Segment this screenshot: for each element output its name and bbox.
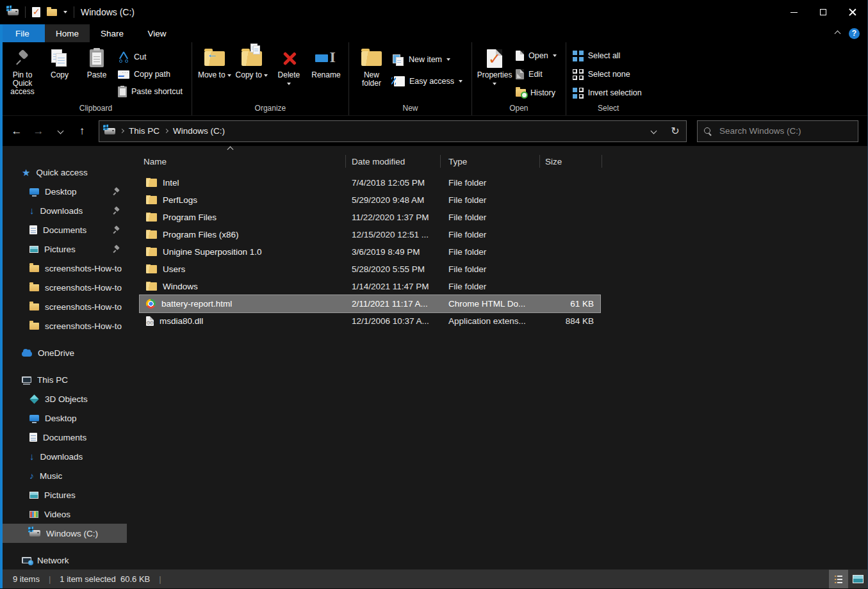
ribbon-tabs: File Home Share View ?	[0, 24, 867, 42]
select-none-button[interactable]: Select none	[570, 66, 647, 83]
qat-properties-icon[interactable]	[32, 7, 40, 17]
edit-button[interactable]: Edit	[513, 66, 562, 83]
column-header-type[interactable]: Type	[441, 155, 540, 168]
column-header-size[interactable]: Size	[540, 155, 602, 168]
sidebar-item-downloads-pc[interactable]: ↓Downloads	[0, 447, 127, 466]
window-title: Windows (C:)	[81, 7, 135, 17]
sidebar-item-screenshots-folder[interactable]: screenshots-How-to	[0, 278, 127, 297]
breadcrumb-this-pc[interactable]: This PC	[129, 126, 160, 136]
properties-button[interactable]: Properties	[476, 45, 513, 89]
sidebar-item-desktop-pc[interactable]: Desktop	[0, 408, 127, 428]
desktop-icon	[29, 415, 39, 421]
table-row[interactable]: Program Files 11/22/2020 1:37 PM File fo…	[140, 209, 600, 226]
table-row-selected[interactable]: battery-report.html 2/11/2021 11:17 A...…	[140, 295, 600, 312]
paste-button[interactable]: Paste	[78, 45, 115, 81]
sidebar-item-screenshots-folder[interactable]: screenshots-How-to	[0, 259, 127, 278]
copy-button[interactable]: Copy	[41, 45, 78, 81]
file-type: Application extens...	[448, 316, 544, 326]
sidebar-item-onedrive[interactable]: OneDrive	[0, 343, 127, 362]
open-button[interactable]: Open	[513, 47, 562, 64]
copy-path-button[interactable]: Copy path	[115, 66, 188, 83]
sidebar-item-screenshots-folder[interactable]: screenshots-How-to	[0, 316, 127, 335]
column-header-date-modified[interactable]: Date modified	[346, 155, 441, 168]
sidebar-item-documents[interactable]: Documents	[0, 220, 127, 239]
file-name: msdia80.dll	[160, 316, 203, 326]
network-icon	[22, 557, 31, 563]
qat-new-folder-icon[interactable]	[47, 9, 57, 16]
tab-view[interactable]: View	[135, 24, 179, 42]
sidebar-item-this-pc[interactable]: This PC	[0, 370, 127, 389]
tab-share[interactable]: Share	[90, 24, 135, 42]
sidebar-item-network[interactable]: Network	[0, 551, 127, 569]
sidebar-item-videos[interactable]: Videos	[0, 504, 127, 524]
qat-customize-caret-icon[interactable]	[63, 11, 67, 13]
up-button[interactable]: ↑	[72, 121, 92, 141]
address-bar[interactable]: This PC Windows (C:) ↻	[99, 120, 687, 142]
recent-locations-button[interactable]	[50, 121, 70, 141]
sidebar-item-pictures-pc[interactable]: Pictures	[0, 485, 127, 504]
videos-icon	[29, 511, 38, 518]
table-row[interactable]: msdia80.dll 12/1/2006 10:37 A... Applica…	[140, 312, 600, 330]
sidebar-item-screenshots-folder[interactable]: screenshots-How-to	[0, 297, 127, 316]
help-icon[interactable]: ?	[849, 28, 860, 39]
sidebar-item-windows-c[interactable]: Windows (C:)	[0, 524, 127, 543]
forward-button[interactable]: →	[28, 121, 49, 141]
delete-button[interactable]: Delete	[270, 45, 307, 89]
items-count: 9 items	[13, 574, 40, 584]
move-to-button[interactable]: ← Move to	[196, 45, 233, 81]
sidebar-item-desktop[interactable]: Desktop	[0, 182, 127, 201]
titlebar[interactable]: Windows (C:)	[0, 0, 867, 24]
collapse-ribbon-icon[interactable]	[835, 30, 841, 36]
tab-file[interactable]: File	[0, 24, 45, 42]
search-box[interactable]	[697, 120, 858, 142]
rename-button[interactable]: I Rename	[307, 45, 345, 81]
details-view-button[interactable]	[829, 570, 848, 589]
invert-selection-icon	[573, 88, 584, 99]
table-row[interactable]: PerfLogs 5/29/2020 9:48 AM File folder	[140, 191, 600, 209]
tab-home[interactable]: Home	[45, 24, 90, 42]
drive-icon	[8, 9, 19, 15]
group-label-new: New	[353, 102, 468, 115]
cut-button[interactable]: Cut	[115, 49, 188, 65]
chevron-down-icon	[57, 128, 63, 134]
table-row[interactable]: Intel 7/4/2018 12:05 PM File folder	[140, 174, 600, 191]
sidebar-item-quick-access[interactable]: ★Quick access	[0, 163, 127, 182]
folder-icon	[29, 284, 39, 291]
sidebar-item-music[interactable]: ♪Music	[0, 466, 127, 485]
minimize-button[interactable]	[779, 0, 808, 24]
folder-icon	[146, 196, 157, 204]
table-row[interactable]: Users 5/28/2020 5:55 PM File folder	[140, 261, 600, 278]
sidebar-item-downloads[interactable]: ↓Downloads	[0, 201, 127, 220]
easy-access-button[interactable]: Easy access	[390, 73, 468, 90]
group-label-organize: Organize	[196, 102, 345, 115]
sidebar-item-documents-pc[interactable]: Documents	[0, 428, 127, 447]
new-folder-button[interactable]: New folder	[353, 45, 390, 89]
file-date: 7/4/2018 12:05 PM	[352, 178, 448, 188]
file-date: 12/15/2020 12:51 ...	[352, 230, 448, 239]
back-button[interactable]: ←	[6, 121, 27, 141]
refresh-button[interactable]: ↻	[664, 121, 686, 141]
copy-to-button[interactable]: Copy to	[233, 45, 270, 81]
new-item-button[interactable]: New item	[390, 51, 468, 68]
sidebar-item-pictures[interactable]: Pictures	[0, 239, 127, 259]
pin-to-quick-access-button[interactable]: Pin to Quick access	[4, 45, 41, 97]
select-all-button[interactable]: Select all	[570, 47, 647, 64]
sidebar-item-3d-objects[interactable]: 3D Objects	[0, 389, 127, 408]
paste-shortcut-button[interactable]: Paste shortcut	[115, 83, 188, 100]
table-row[interactable]: Program Files (x86) 12/15/2020 12:51 ...…	[140, 226, 600, 243]
address-dropdown-button[interactable]	[643, 121, 664, 141]
search-input[interactable]	[718, 125, 851, 136]
maximize-button[interactable]	[808, 0, 838, 24]
window-accent-border	[0, 24, 3, 588]
column-header-name[interactable]: Name	[140, 155, 346, 168]
maximize-icon	[820, 9, 826, 15]
table-row[interactable]: Windows 1/14/2021 11:47 PM File folder	[140, 278, 600, 295]
drive-icon	[104, 128, 115, 134]
divider	[74, 6, 74, 18]
history-button[interactable]: History	[513, 85, 562, 101]
close-button[interactable]	[838, 0, 867, 24]
thumbnails-view-button[interactable]	[848, 570, 867, 589]
breadcrumb-windows-c[interactable]: Windows (C:)	[173, 126, 225, 136]
invert-selection-button[interactable]: Invert selection	[570, 85, 647, 101]
table-row[interactable]: Unigine Superposition 1.0 3/6/2019 8:49 …	[140, 243, 600, 261]
